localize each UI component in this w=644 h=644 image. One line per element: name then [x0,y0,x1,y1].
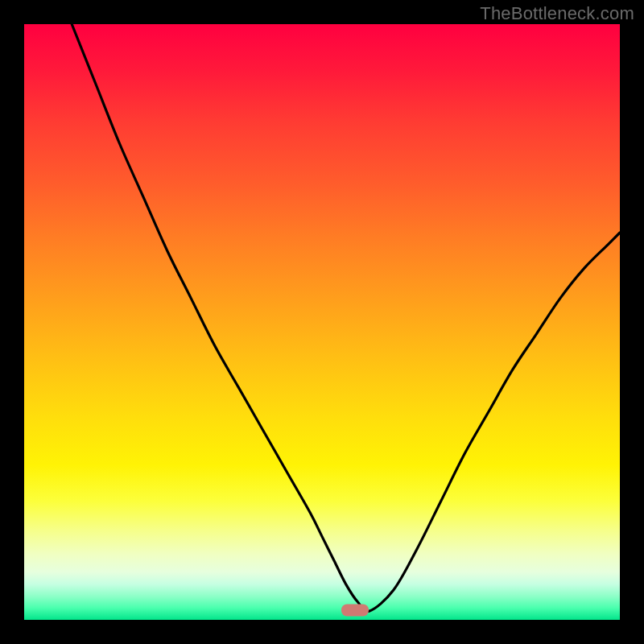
chart-frame [24,24,620,620]
attribution-text: TheBottleneck.com [480,3,634,24]
optimal-point-marker [341,605,369,617]
bottleneck-curve [24,24,620,620]
